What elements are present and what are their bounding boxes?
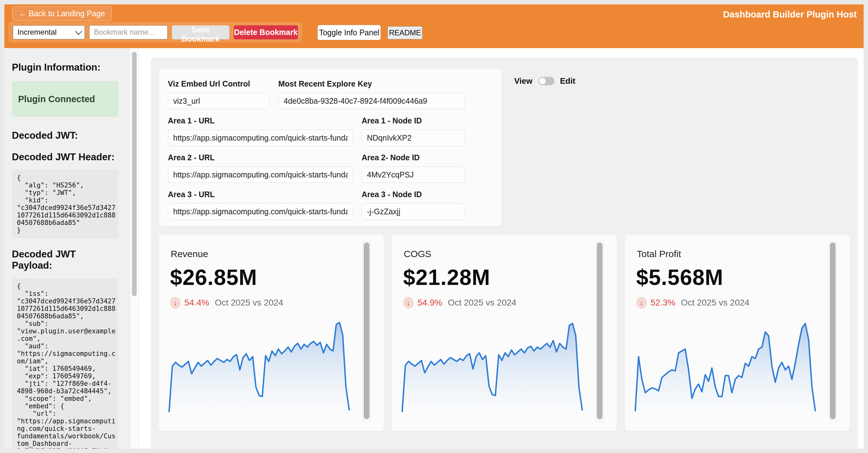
dashboard-panel: Viz Embed Url Control Most Recent Explor… (151, 57, 858, 449)
explore-key-input[interactable] (278, 93, 465, 109)
cogs-delta-row: ↓ 54.9% Oct 2025 vs 2024 (403, 297, 516, 309)
cogs-card-scrollbar[interactable] (596, 240, 604, 422)
bookmark-mode-value: Incremental (18, 28, 57, 36)
sidebar-scrollbar[interactable] (130, 48, 138, 449)
content-area: Plugin Information: Plugin Connected Dec… (4, 48, 864, 449)
area2-url-input[interactable] (168, 167, 353, 183)
top-bar: ← Back to Landing Page Dashboard Builder… (4, 4, 864, 48)
area1-node-id-label: Area 1 - Node ID (362, 116, 465, 125)
cogs-card-scrollbar-thumb[interactable] (597, 243, 602, 419)
total-profit-card-scrollbar[interactable] (829, 240, 837, 422)
back-to-landing-button[interactable]: ← Back to Landing Page (12, 6, 112, 21)
explore-key-label: Most Recent Explore Key (278, 79, 465, 88)
area2-url-label: Area 2 - URL (168, 153, 353, 162)
info-sidebar: Plugin Information: Plugin Connected Dec… (4, 48, 139, 449)
revenue-delta-pct: 54.4% (184, 298, 209, 308)
chevron-down-icon (75, 28, 82, 35)
switch-knob (539, 78, 546, 84)
save-bookmark-button[interactable]: Save Bookmark (172, 25, 229, 39)
revenue-card-scrollbar[interactable] (363, 240, 371, 422)
arrow-down-icon: ↓ (174, 299, 177, 307)
area3-node-id-label: Area 3 - Node ID (362, 190, 465, 199)
area2-node-id-input[interactable] (362, 167, 465, 183)
revenue-area-chart (168, 318, 350, 418)
area2-node-id-label: Area 2- Node ID (362, 153, 465, 162)
app-window: ← Back to Landing Page Dashboard Builder… (4, 4, 864, 449)
revenue-card: Revenue $26.85M ↓ 54.4% Oct 2025 vs 2024 (159, 235, 384, 431)
jwt-payload-heading: Decoded JWT Payload: (12, 249, 118, 271)
view-edit-toggle-group: View Edit (514, 76, 575, 86)
jwt-header-heading: Decoded JWT Header: (12, 151, 118, 163)
revenue-card-value: $26.85M (170, 265, 257, 290)
arrow-down-icon: ↓ (640, 299, 643, 307)
viz-embed-url-label: Viz Embed Url Control (168, 79, 270, 88)
bookmark-name-input[interactable] (89, 25, 167, 39)
plugin-information-heading: Plugin Information: (12, 62, 118, 73)
area3-url-input[interactable] (168, 203, 353, 220)
arrow-down-icon: ↓ (407, 299, 410, 307)
revenue-card-scrollbar-thumb[interactable] (364, 243, 369, 419)
area1-url-input[interactable] (168, 130, 353, 146)
cogs-delta-pct: 54.9% (417, 298, 442, 308)
main-area: Viz Embed Url Control Most Recent Explor… (139, 48, 864, 449)
bookmark-mode-select[interactable]: Incremental (13, 25, 85, 39)
edit-label: Edit (560, 76, 575, 86)
area1-url-label: Area 1 - URL (168, 116, 353, 125)
cogs-card-value: $21.28M (403, 265, 490, 290)
view-label: View (514, 76, 533, 86)
revenue-delta-row: ↓ 54.4% Oct 2025 vs 2024 (170, 297, 283, 309)
total-profit-card-value: $5.568M (636, 265, 723, 290)
screenshot-frame: ← Back to Landing Page Dashboard Builder… (0, 0, 868, 453)
total-profit-area-chart (634, 318, 816, 418)
cogs-card-title: COGS (404, 249, 431, 259)
jwt-header-code-block: { "alg": "HS256", "typ": "JWT", "kid": "… (12, 170, 118, 238)
readme-button[interactable]: README (388, 26, 423, 39)
total-profit-delta-pct: 52.3% (651, 298, 675, 308)
bookmark-toolbar: Incremental Save Bookmark Delete Bookmar… (8, 22, 302, 43)
total-profit-card-scrollbar-thumb[interactable] (830, 243, 836, 419)
area3-node-id-input[interactable] (362, 203, 465, 220)
total-profit-delta-row: ↓ 52.3% Oct 2025 vs 2024 (636, 297, 749, 309)
info-sidebar-content: Plugin Information: Plugin Connected Dec… (4, 48, 139, 449)
sidebar-scrollbar-thumb[interactable] (132, 52, 137, 296)
view-edit-switch[interactable] (538, 77, 554, 85)
viz-embed-url-input[interactable] (168, 93, 270, 109)
revenue-card-title: Revenue (170, 249, 208, 259)
revenue-delta-period: Oct 2025 vs 2024 (215, 298, 283, 308)
embed-config-form: Viz Embed Url Control Most Recent Explor… (159, 69, 502, 226)
page-title: Dashboard Builder Plugin Host (723, 9, 857, 20)
decoded-jwt-heading: Decoded JWT: (12, 130, 118, 141)
cogs-area-chart (401, 318, 583, 418)
plugin-connected-badge: Plugin Connected (12, 81, 118, 117)
cogs-card: COGS $21.28M ↓ 54.9% Oct 2025 vs 2024 (392, 235, 617, 431)
toggle-info-panel-button[interactable]: Toggle Info Panel (318, 25, 381, 40)
kpi-cards-row: Revenue $26.85M ↓ 54.4% Oct 2025 vs 2024 (159, 235, 850, 431)
cogs-delta-period: Oct 2025 vs 2024 (448, 298, 516, 308)
jwt-payload-code-block: { "iss": "c3047dced9924f36e57d3427 10772… (12, 278, 118, 449)
area1-node-id-input[interactable] (362, 130, 465, 146)
total-profit-delta-period: Oct 2025 vs 2024 (681, 298, 749, 308)
area3-url-label: Area 3 - URL (168, 190, 353, 199)
delete-bookmark-button[interactable]: Delete Bookmark (234, 25, 298, 39)
total-profit-card-title: Total Profit (637, 249, 681, 259)
total-profit-card: Total Profit $5.568M ↓ 52.3% Oct 2025 vs… (625, 235, 850, 431)
